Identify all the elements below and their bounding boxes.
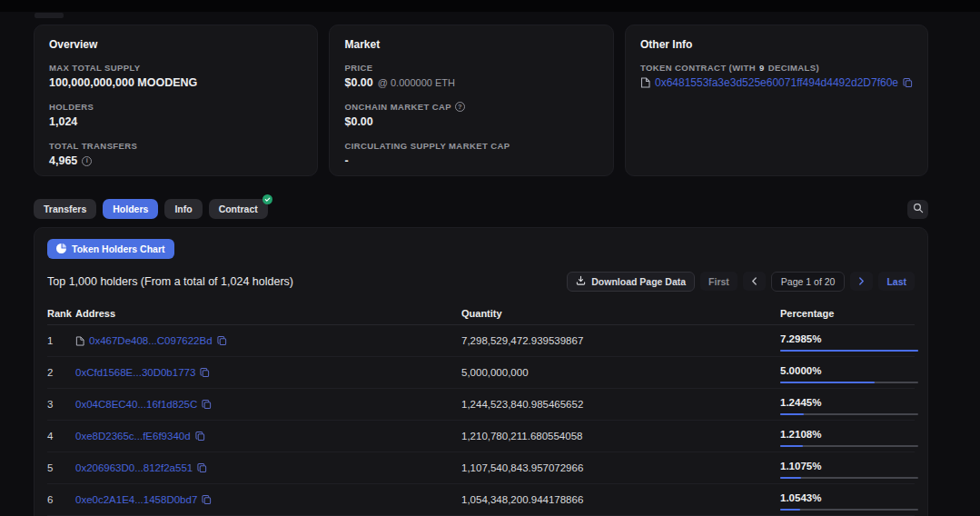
token-holders-chart-label: Token Holders Chart (72, 243, 165, 254)
holders-summary: Top 1,000 holders (From a total of 1,024… (47, 275, 293, 288)
table-row: 3 0x04C8EC40...16f1d825C 1,244,523,840.9… (47, 389, 915, 421)
holder-address-link[interactable]: 0xCfd1568E...30D0b1773 (75, 367, 195, 378)
next-page-button[interactable] (850, 272, 873, 291)
copy-icon[interactable] (200, 367, 210, 378)
download-page-data-button[interactable]: Download Page Data (567, 272, 695, 292)
tab-contract-label: Contract (219, 203, 258, 214)
percentage-cell: 1.2445% (780, 394, 918, 415)
token-contract-label-post: DECIMALS) (768, 63, 819, 73)
token-contract-label: TOKEN CONTRACT (WITH 9 DECIMALS) (640, 63, 913, 73)
table-row: 6 0xe0c2A1E4...1458D0bd7 1,054,348,200.9… (47, 484, 915, 516)
market-card: Market PRICE $0.00 @ 0.000000 ETH ONCHAI… (329, 25, 613, 176)
token-contract-label-pre: TOKEN CONTRACT (WITH (640, 63, 756, 73)
chevron-left-icon (751, 276, 757, 287)
holder-address-link[interactable]: 0x04C8EC40...16f1d825C (75, 399, 197, 410)
copy-icon[interactable] (903, 77, 913, 88)
price-label: PRICE (344, 63, 598, 73)
summary-cards: Overview MAX TOTAL SUPPLY 100,000,000,00… (34, 25, 928, 176)
table-row: 5 0x206963D0...812f2a551 1,107,540,843.9… (47, 452, 915, 484)
prev-page-button[interactable] (743, 272, 766, 291)
max-total-supply-value: 100,000,000,000 MOODENG (49, 76, 302, 89)
table-header-row: Rank Address Quantity Percentage (47, 302, 915, 325)
overview-card-title: Overview (49, 38, 302, 51)
verified-check-icon (262, 194, 272, 204)
token-contract-decimals: 9 (759, 63, 765, 73)
percentage-bar (780, 413, 918, 415)
percentage-value: 1.2108% (780, 429, 918, 440)
table-row: 2 0xCfd1568E...30D0b1773 5,000,000,000 5… (47, 357, 915, 389)
circulating-cap-label: CIRCULATING SUPPLY MARKET CAP (344, 141, 598, 151)
circulating-cap-value: - (344, 154, 598, 167)
pie-chart-icon (56, 243, 66, 255)
percentage-bar (780, 350, 918, 352)
info-icon[interactable]: i (82, 156, 92, 166)
total-transfers-value: 4,965 (49, 154, 77, 167)
col-header-rank: Rank (47, 308, 75, 319)
percentage-value: 1.1075% (780, 461, 918, 471)
col-header-quantity: Quantity (461, 308, 780, 319)
onchain-cap-label: ONCHAIN MARKET CAP (344, 102, 451, 112)
percentage-value: 1.0543% (780, 492, 918, 503)
percentage-value: 1.2445% (780, 397, 918, 408)
percentage-bar (780, 509, 918, 511)
partial-breadcrumb (35, 13, 64, 18)
percentage-cell: 5.0000% (780, 362, 918, 383)
search-button[interactable] (907, 200, 928, 219)
help-icon[interactable]: ? (455, 102, 465, 112)
quantity-cell: 1,210,780,211.680554058 (461, 431, 780, 442)
tab-holders[interactable]: Holders (103, 199, 158, 219)
holder-address-link[interactable]: 0x206963D0...812f2a551 (75, 462, 193, 473)
table-row: 1 0x467De408...C097622Bd 7,298,529,472.9… (47, 325, 915, 357)
percentage-cell: 1.1075% (780, 458, 918, 479)
tab-info[interactable]: Info (164, 199, 202, 219)
copy-icon[interactable] (202, 399, 212, 410)
holder-address-link[interactable]: 0xe0c2A1E4...1458D0bd7 (75, 494, 197, 505)
copy-icon[interactable] (217, 335, 227, 346)
quantity-cell: 1,054,348,200.944178866 (461, 494, 780, 505)
copy-icon[interactable] (202, 494, 212, 505)
holders-value: 1,024 (49, 115, 302, 128)
first-page-button[interactable]: First (700, 272, 737, 291)
percentage-bar (780, 477, 918, 479)
max-total-supply-label: MAX TOTAL SUPPLY (49, 63, 302, 73)
last-page-button[interactable]: Last (878, 272, 915, 291)
tab-contract[interactable]: Contract (209, 199, 268, 219)
rank-cell: 5 (47, 462, 75, 473)
col-header-address: Address (75, 308, 461, 319)
holder-address-link[interactable]: 0x467De408...C097622Bd (89, 335, 213, 346)
tab-bar: Transfers Holders Info Contract (34, 199, 928, 219)
percentage-value: 5.0000% (780, 365, 918, 376)
search-icon (913, 203, 924, 216)
holders-label: HOLDERS (49, 102, 302, 112)
percentage-cell: 1.0543% (780, 490, 918, 511)
document-icon (75, 336, 84, 346)
download-page-data-label: Download Page Data (591, 276, 686, 287)
list-header: Top 1,000 holders (From a total of 1,024… (47, 271, 915, 292)
copy-icon[interactable] (195, 431, 205, 442)
holders-panel: Token Holders Chart Top 1,000 holders (F… (34, 227, 928, 516)
quantity-cell: 1,107,540,843.957072966 (461, 462, 780, 473)
document-icon (640, 77, 650, 88)
price-eth-value: @ 0.000000 ETH (378, 77, 455, 88)
page-indicator: Page 1 of 20 (771, 272, 846, 292)
col-header-percentage: Percentage (780, 308, 915, 319)
other-info-card: Other Info TOKEN CONTRACT (WITH 9 DECIMA… (625, 25, 928, 176)
rank-cell: 6 (47, 494, 75, 505)
rank-cell: 2 (47, 367, 75, 378)
onchain-cap-value: $0.00 (344, 115, 598, 128)
holder-address-link[interactable]: 0xe8D2365c...fE6f9340d (75, 431, 191, 442)
tab-transfers[interactable]: Transfers (34, 199, 96, 219)
copy-icon[interactable] (197, 462, 207, 473)
download-icon (576, 275, 586, 287)
percentage-cell: 7.2985% (780, 331, 918, 352)
token-holders-chart-button[interactable]: Token Holders Chart (47, 239, 174, 259)
overview-card: Overview MAX TOTAL SUPPLY 100,000,000,00… (34, 25, 318, 176)
pagination: Download Page Data First Page 1 of 20 La… (567, 272, 915, 292)
token-contract-address-link[interactable]: 0x6481553fa3e3d525e60071ff494d4492d2D7f6… (655, 76, 898, 89)
other-info-card-title: Other Info (640, 38, 913, 51)
rank-cell: 3 (47, 399, 75, 410)
market-card-title: Market (344, 38, 598, 51)
percentage-value: 7.2985% (780, 333, 918, 344)
chevron-right-icon (858, 276, 865, 287)
quantity-cell: 7,298,529,472.939539867 (461, 335, 780, 346)
